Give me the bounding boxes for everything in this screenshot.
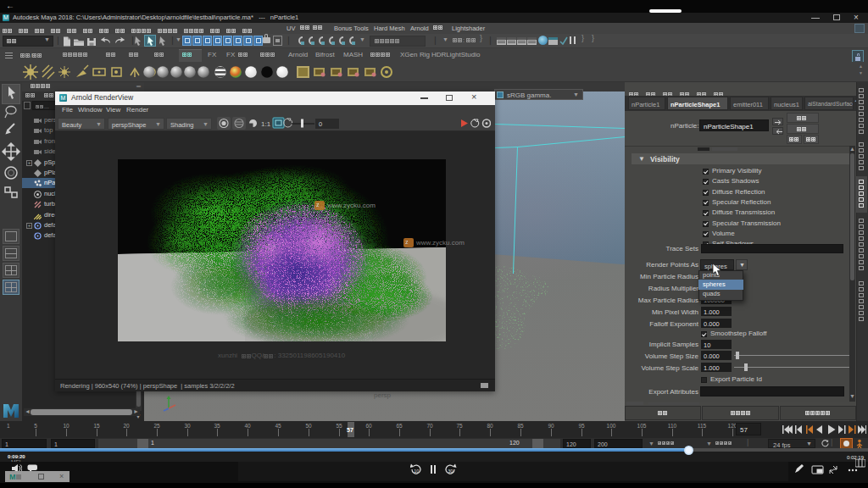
svg-text:10: 10 <box>414 469 419 474</box>
svg-text:1:1: 1:1 <box>261 120 271 128</box>
svg-text:30: 30 <box>448 469 453 474</box>
